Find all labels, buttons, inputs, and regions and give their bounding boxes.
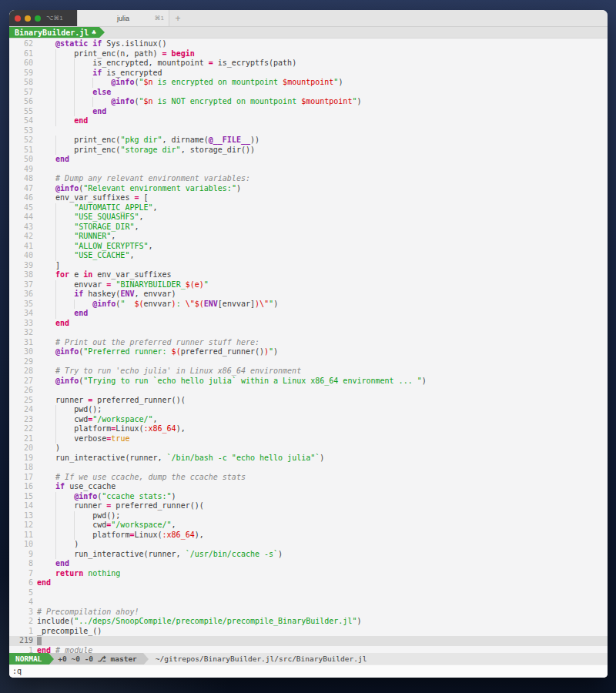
code-line[interactable]: 26 <box>9 386 608 396</box>
code-line[interactable]: 38for e in env_var_suffixes <box>9 270 608 280</box>
code-line[interactable]: 54end <box>9 116 608 126</box>
code-line[interactable]: 16if use_ccache <box>9 482 608 492</box>
code-line[interactable]: 15@info("ccache stats:") <box>9 492 608 502</box>
line-number: 22 <box>9 424 33 434</box>
code-line[interactable]: 58@info("$n is encrypted on mountpoint $… <box>9 78 608 88</box>
indent-guide <box>55 49 74 59</box>
code-line[interactable]: 20) <box>9 444 608 454</box>
code-line[interactable]: 24pwd(); <box>9 405 608 415</box>
code-line[interactable]: 2include("../deps/SnoopCompile/precompil… <box>9 617 608 627</box>
code-line[interactable]: 7return nothing <box>9 569 608 579</box>
code-line[interactable]: 32 <box>9 328 608 338</box>
code-line[interactable]: 35@info(" $(envvar): \"$(ENV[envvar])\""… <box>9 300 608 310</box>
code-token: $( <box>172 347 181 356</box>
code-line[interactable]: 31# Print out the preferred runner stuff… <box>9 338 608 348</box>
buffer-badge[interactable]: BinaryBuilder.jl♣ <box>9 27 99 38</box>
code-area[interactable]: 62@static if Sys.islinux()61print_enc(n,… <box>9 38 608 653</box>
code-line[interactable]: 53 <box>9 126 608 136</box>
code-line[interactable]: 18 <box>9 463 608 473</box>
code-line[interactable]: 27@info("Trying to run `echo hello julia… <box>9 377 608 387</box>
code-line[interactable]: 42"RUNNER", <box>9 232 608 242</box>
code-line[interactable]: 61print_enc(n, path) = begin <box>9 49 608 59</box>
line-number: 7 <box>9 569 33 579</box>
code-line[interactable]: 37envvar = "BINARYBUILDER_$(e)" <box>9 280 608 290</box>
code-line[interactable]: 9run_interactive(runner, `/usr/bin/ccach… <box>9 550 608 560</box>
code-line[interactable]: 30@info("Preferred runner: $(preferred_r… <box>9 347 608 357</box>
julia-logo-icon: ♣ <box>92 28 95 36</box>
code-line[interactable]: 49 <box>9 165 608 175</box>
code-text: # If we use ccache, dump the ccache stat… <box>37 473 246 483</box>
vim-command-line[interactable]: :q <box>9 665 608 678</box>
minimize-window-button[interactable] <box>25 15 31 22</box>
code-line[interactable]: 55end <box>9 107 608 117</box>
code-line[interactable]: 56@info("$n is NOT encrypted on mountpoi… <box>9 97 608 107</box>
code-line[interactable]: 29 <box>9 357 608 367</box>
code-line[interactable]: 23cwd="/workspace/", <box>9 415 608 425</box>
code-token: "ALLOW_ECRYPTFS" <box>74 242 148 250</box>
code-token: return <box>55 569 83 578</box>
code-token: use_ccache <box>65 482 116 490</box>
code-line[interactable]: 62@static if Sys.islinux() <box>9 39 608 49</box>
code-line[interactable]: 60is_encrypted, mountpoint = is_ecryptfs… <box>9 59 608 69</box>
code-line[interactable]: 4 <box>9 598 608 608</box>
code-line[interactable]: 219 <box>9 636 608 646</box>
code-text: include("../deps/SnoopCompile/precompile… <box>37 617 361 627</box>
code-line[interactable]: 21verbose=true <box>9 434 608 444</box>
code-text: cwd="/workspace/", <box>37 415 158 425</box>
code-line[interactable]: 36if haskey(ENV, envvar) <box>9 290 608 300</box>
code-text: platform=Linux(:x86_64), <box>37 424 186 434</box>
code-line[interactable]: 5 <box>9 588 608 598</box>
code-line[interactable]: 11platform=Linux(:x86_64), <box>9 531 608 541</box>
code-line[interactable]: 46env_var_suffixes = [ <box>9 193 608 203</box>
code-token: is NOT encrypted on mountpoint <box>153 97 302 105</box>
code-line[interactable]: 10) <box>9 540 608 550</box>
code-line[interactable]: 41"ALLOW_ECRYPTFS", <box>9 242 608 252</box>
code-line[interactable]: 28# Try to run 'echo julia' in Linux x86… <box>9 367 608 377</box>
code-line[interactable]: 39] <box>9 261 608 271</box>
code-text: env_var_suffixes = [ <box>37 193 149 203</box>
code-line[interactable]: 47@info("Relevant environment variables:… <box>9 184 608 194</box>
code-token: e <box>69 270 83 279</box>
code-line[interactable]: 3# Precompilation ahoy! <box>9 608 608 618</box>
code-token: ) <box>338 78 343 86</box>
code-line[interactable]: 43"STORAGE_DIR", <box>9 223 608 233</box>
new-tab-button[interactable]: + <box>169 10 186 26</box>
indent-guide <box>37 521 55 531</box>
indent-guide <box>37 309 55 319</box>
indent-guide <box>37 69 55 79</box>
code-line[interactable]: 57else <box>9 88 608 98</box>
code-line[interactable]: 13pwd(); <box>9 511 608 521</box>
code-line[interactable]: 1end # module <box>9 646 608 654</box>
code-line[interactable]: 8end <box>9 559 608 569</box>
code-line[interactable]: 1_precompile_() <box>9 627 608 637</box>
code-line[interactable]: 44"USE_SQUASHFS", <box>9 213 608 223</box>
code-line[interactable]: 6end <box>9 578 608 588</box>
code-line[interactable]: 33end <box>9 319 608 329</box>
code-line[interactable]: 40"USE_CCACHE", <box>9 251 608 261</box>
code-text: runner = preferred_runner()( <box>37 501 204 511</box>
code-line[interactable]: 14runner = preferred_runner()( <box>9 501 608 511</box>
line-number: 12 <box>9 521 33 531</box>
zoom-window-button[interactable] <box>35 15 41 22</box>
tab-julia[interactable]: julia ⌘1 <box>77 10 169 26</box>
code-text <box>37 636 42 646</box>
code-token: if <box>74 290 83 298</box>
close-window-button[interactable] <box>15 15 21 22</box>
code-line[interactable]: 52print_enc("pkg dir", dirname(@__FILE__… <box>9 136 608 146</box>
line-number: 59 <box>9 69 33 79</box>
code-line[interactable]: 17# If we use ccache, dump the ccache st… <box>9 473 608 483</box>
indent-guide <box>55 203 74 213</box>
code-line[interactable]: 45"AUTOMATIC_APPLE", <box>9 203 608 213</box>
code-line[interactable]: 34end <box>9 309 608 319</box>
code-line[interactable]: 50end <box>9 155 608 165</box>
code-token: @__FILE__ <box>209 136 250 144</box>
code-token: "ccache stats:" <box>102 492 171 500</box>
code-line[interactable]: 59if is_encrypted <box>9 69 608 79</box>
code-line[interactable]: 12cwd="/workspace/", <box>9 521 608 531</box>
code-line[interactable]: 51print_enc("storage dir", storage_dir()… <box>9 146 608 156</box>
code-line[interactable]: 19run_interactive(runner, `/bin/bash -c … <box>9 454 608 464</box>
code-line[interactable]: 22platform=Linux(:x86_64), <box>9 424 608 434</box>
code-line[interactable]: 25runner = preferred_runner()( <box>9 396 608 406</box>
indent-guide <box>74 97 92 107</box>
code-line[interactable]: 48# Dump any relevant environment variab… <box>9 174 608 184</box>
